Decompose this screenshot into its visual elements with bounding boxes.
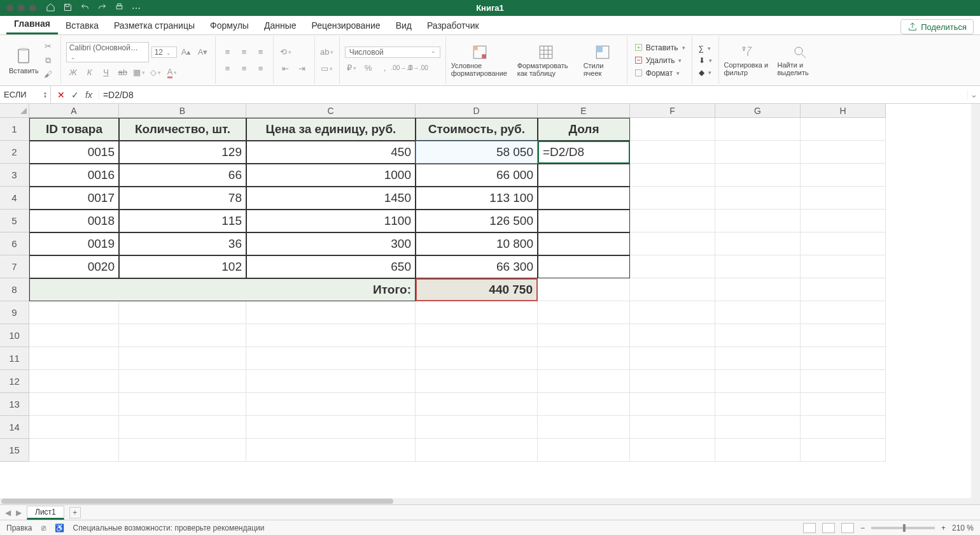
wrap-text-icon[interactable]: ab▾	[320, 46, 334, 59]
grow-font-icon[interactable]: A▴	[179, 46, 193, 59]
bold-icon[interactable]: Ж	[66, 66, 80, 79]
empty-cell[interactable]	[119, 393, 246, 416]
select-all-corner[interactable]	[0, 104, 29, 118]
zoom-in-icon[interactable]: +	[941, 524, 946, 532]
empty-cell[interactable]	[715, 164, 801, 187]
cell-price[interactable]: 1450	[246, 187, 416, 210]
tab-layout[interactable]: Разметка страницы	[106, 17, 202, 34]
strike-icon[interactable]: ab	[116, 66, 130, 79]
empty-cell[interactable]	[801, 187, 886, 210]
more-icon[interactable]: ⋯	[132, 3, 141, 13]
fill-button[interactable]: ⬇▾	[697, 55, 713, 66]
cell-cost[interactable]: 10 800	[416, 232, 538, 255]
fill-color-icon[interactable]: ◇▾	[149, 66, 163, 79]
empty-cell[interactable]	[715, 210, 801, 232]
empty-cell[interactable]	[801, 118, 886, 141]
empty-cell[interactable]	[801, 278, 886, 301]
empty-cell[interactable]	[416, 347, 538, 370]
border-icon[interactable]: ▦▾	[132, 66, 146, 79]
cell-qty[interactable]: 115	[119, 210, 246, 232]
cell-qty[interactable]: 66	[119, 164, 246, 187]
cell-share[interactable]	[538, 164, 630, 187]
insert-cells-button[interactable]: Вставить▾	[633, 42, 687, 53]
header-cell[interactable]: ID товара	[29, 118, 119, 141]
normal-view-icon[interactable]	[803, 523, 816, 533]
empty-cell[interactable]	[416, 416, 538, 439]
empty-cell[interactable]	[246, 370, 416, 393]
header-cell[interactable]: Цена за единицу, руб.	[246, 118, 416, 141]
formula-input[interactable]: =D2/D8	[99, 90, 967, 100]
empty-cell[interactable]	[29, 439, 119, 462]
empty-cell[interactable]	[246, 416, 416, 439]
empty-cell[interactable]	[246, 393, 416, 416]
max-dot[interactable]	[29, 4, 36, 11]
header-cell[interactable]: Стоимость, руб.	[416, 118, 538, 141]
copy-icon[interactable]: ⧉	[41, 54, 55, 67]
empty-cell[interactable]	[801, 439, 886, 462]
col-header-F[interactable]: F	[630, 104, 715, 118]
accessibility-icon[interactable]: ♿	[55, 524, 64, 532]
empty-cell[interactable]	[630, 370, 715, 393]
empty-cell[interactable]	[630, 347, 715, 370]
cell-id[interactable]: 0018	[29, 210, 119, 232]
find-select-button[interactable]: Найти и выделить	[778, 45, 822, 76]
row-header-15[interactable]: 15	[0, 439, 29, 462]
empty-cell[interactable]	[630, 141, 715, 164]
currency-icon[interactable]: ₽▾	[345, 62, 359, 75]
increase-indent-icon[interactable]: ⇥	[295, 62, 309, 75]
empty-cell[interactable]	[416, 370, 538, 393]
italic-icon[interactable]: К	[83, 66, 97, 79]
empty-cell[interactable]	[416, 301, 538, 324]
empty-cell[interactable]	[538, 278, 630, 301]
tab-data[interactable]: Данные	[256, 17, 304, 34]
tab-home[interactable]: Главная	[6, 15, 58, 34]
total-label-cell[interactable]: Итого:	[29, 278, 416, 301]
tab-view[interactable]: Вид	[388, 17, 419, 34]
expand-formula-icon[interactable]: ⌄	[967, 90, 980, 99]
window-controls[interactable]	[6, 4, 36, 11]
autosum-button[interactable]: ∑▾	[697, 43, 713, 54]
empty-cell[interactable]	[801, 347, 886, 370]
cell-price[interactable]: 1100	[246, 210, 416, 232]
empty-cell[interactable]	[715, 255, 801, 278]
cut-icon[interactable]: ✂	[41, 40, 55, 53]
empty-cell[interactable]	[801, 370, 886, 393]
empty-cell[interactable]	[715, 416, 801, 439]
merge-icon[interactable]: ▭▾	[320, 62, 334, 75]
cell-price[interactable]: 450	[246, 141, 416, 164]
col-header-H[interactable]: H	[801, 104, 886, 118]
empty-cell[interactable]	[801, 324, 886, 347]
empty-cell[interactable]	[630, 232, 715, 255]
empty-cell[interactable]	[630, 301, 715, 324]
cancel-formula-icon[interactable]: ✕	[57, 90, 65, 100]
cell-id[interactable]: 0020	[29, 255, 119, 278]
redo-icon[interactable]	[97, 3, 107, 14]
empty-cell[interactable]	[538, 393, 630, 416]
empty-cell[interactable]	[715, 278, 801, 301]
empty-cell[interactable]	[801, 210, 886, 232]
spreadsheet-grid[interactable]: ABCDEFGH 123456789101112131415 ID товара…	[0, 104, 980, 498]
total-value-cell[interactable]: 440 750	[416, 278, 538, 301]
row-header-3[interactable]: 3	[0, 164, 29, 187]
cell-cost[interactable]: 66 300	[416, 255, 538, 278]
cell-cost[interactable]: 126 500	[416, 210, 538, 232]
row-header-1[interactable]: 1	[0, 118, 29, 141]
empty-cell[interactable]	[538, 347, 630, 370]
inc-decimal-icon[interactable]: .00→.0	[395, 62, 409, 75]
cell-share[interactable]	[538, 232, 630, 255]
underline-icon[interactable]: Ч	[99, 66, 113, 79]
row-header-14[interactable]: 14	[0, 416, 29, 439]
print-icon[interactable]	[115, 3, 124, 14]
empty-cell[interactable]	[801, 416, 886, 439]
empty-cell[interactable]	[246, 324, 416, 347]
empty-cell[interactable]	[416, 324, 538, 347]
empty-cell[interactable]	[715, 439, 801, 462]
empty-cell[interactable]	[119, 301, 246, 324]
empty-cell[interactable]	[119, 370, 246, 393]
format-cells-button[interactable]: Формат▾	[633, 68, 687, 78]
cell-cost[interactable]: 113 100	[416, 187, 538, 210]
empty-cell[interactable]	[538, 324, 630, 347]
empty-cell[interactable]	[630, 210, 715, 232]
empty-cell[interactable]	[29, 324, 119, 347]
row-header-2[interactable]: 2	[0, 141, 29, 164]
